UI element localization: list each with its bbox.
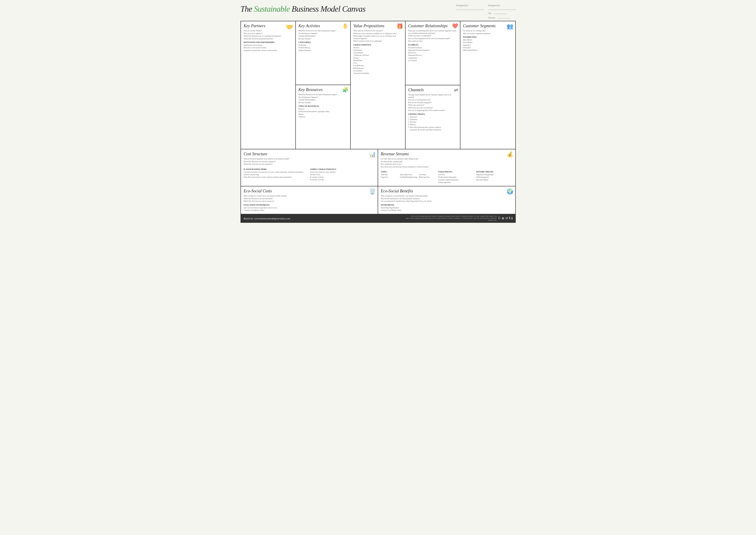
instruments-items: Social Reporting Standard Common Good Ba… [381,207,513,212]
header-right: Designed for: Designed by: On: Version: [456,4,516,19]
sample-items: Fixed Costs (salaries, rents, utilities)… [310,171,375,181]
value-prop-icon: 🎁 [396,23,403,30]
cr-channels-column: ❤️ Customer Relationships What type of r… [406,21,460,149]
sample-heading: SAMPLE CHARACTERISTICS: [310,168,375,170]
main-title: The Sustainable Business Model Canvas [240,4,365,14]
header: The Sustainable Business Model Canvas De… [240,4,516,19]
key-resources-cell: 🧩 Key Resources What Key Resources do ou… [296,85,350,149]
key-resources-questions: What Key Resources do our Value Proposit… [299,94,347,104]
footer-bar: Based on: www.businessmodelgeneration.co… [241,214,515,222]
footer-icons: © ⊕ ↺ $ ℹ [498,216,513,220]
eco-costs-title: Eco-Social Costs [244,189,375,193]
cost-icon: 📊 [369,151,376,157]
designed-for-field: Designed for: [456,4,484,10]
cr-icon: ❤️ [452,23,458,29]
designed-for-label: Designed for: [456,4,484,7]
cr-examples-heading: EXAMPLES: [408,44,457,46]
eco-benefits-icon: 🌍 [507,188,513,195]
on-label: On: [488,12,492,14]
channels-title: Channels [408,88,457,93]
cost-two-col: IS YOUR BUSINESS MORE: Cost Driven (lean… [244,167,375,181]
cs-possibilities-heading: POSSIBILITIES: [463,36,513,38]
cr-examples-items: Personal Assistance Dedicated Personal A… [408,46,457,62]
revenue-bottom: TYPES: Asset Sale Usage Fee Subscription… [381,169,513,184]
info-icon: ℹ [511,216,513,220]
categories-items: Production Problem Solving Platform/Netw… [299,44,347,52]
cost-left: IS YOUR BUSINESS MORE: Cost Driven (lean… [244,167,309,181]
on-line [493,11,507,14]
cost-structure-cell: 📊 Cost Structure What are the most impor… [241,149,378,186]
eco-costs-questions: What ecological or social costs is our b… [244,195,375,203]
footer-right: This work is licensed under the Creative… [405,215,513,221]
eco-costs-icon: 🗑️ [369,188,376,195]
cr-questions: What type of relationship does each of o… [408,30,457,42]
title-post: Business Model Canvas [290,4,365,14]
version-line [497,16,511,18]
cs-possibilities-items: Mass Market Niche Market Segmented Diver… [463,39,513,51]
channels-questions: Through which Channels do our Customer S… [408,94,457,112]
designed-by-label: Designed by: [488,4,516,7]
revenue-questions: For what value are our customers really … [381,158,513,168]
key-partners-cell: 🤝 Key Partners Who are our Key Partners?… [241,21,296,149]
cost-questions: What are the most important costs inhere… [244,158,375,166]
key-resources-icon: 🧩 [342,87,348,93]
designed-by-line [488,7,516,10]
value-propositions-title: Value Propositions [353,24,402,28]
dynamic-pricing-heading: DYNAMIC PRICING [476,171,512,173]
key-partners-icon: 🤝 [285,23,293,31]
attribution-icon: ⊕ [501,216,504,220]
revenue-types-col: TYPES: Asset Sale Usage Fee Subscription… [381,169,437,184]
revenue-streams-cell: 💰 Revenue Streams For what value are our… [378,149,515,186]
key-activities-questions: What Key Activites do our Value Proposit… [299,30,347,40]
footer-license: This work is licensed under the Creative… [405,215,497,221]
eco-benefits-cell: 🌍 Eco-Social Benefits What ecological or… [378,186,515,214]
vp-characteristics-items: Newness Performance Customization "Getti… [353,46,402,75]
fixed-pricing-col: FIXED PRICING List Price Product feature… [438,169,474,184]
cr-title: Customer Relationships [408,24,457,28]
eco-benefits-title: Eco-Social Benefits [381,189,513,193]
cs-icon: 👥 [507,23,513,30]
channels-phases-heading: CHANNEL PHASES: [408,113,457,115]
cost-right: SAMPLE CHARACTERISTICS: Fixed Costs (sal… [310,167,375,181]
key-resources-title: Key Resources [299,87,347,92]
dynamic-pricing-items: Negotiation (bargaining) Yield managemen… [476,173,512,181]
version-label: Version: [488,16,496,19]
eco-row: 🗑️ Eco-Social Costs What ecological or s… [241,186,515,214]
canvas-main-row: 🤝 Key Partners Who are our Key Partners?… [241,21,515,149]
instruments-heading: INSTRUMENTS: [381,204,513,206]
designed-for-line [456,7,484,10]
revenue-icon: 💰 [507,151,513,157]
categories-heading: CATEGORIES: [299,42,347,43]
business-types: Cost Driven (leanest cost structure, low… [244,171,309,179]
channels-icon: ⇌ [454,87,458,93]
resources-types-items: Physical Intellectual (brand patents, co… [299,108,347,118]
resources-types-heading: TYPES OF RESOURCES: [299,105,347,107]
cost-title: Cost Structure [244,152,375,156]
dynamic-pricing-col: DYNAMIC PRICING Negotiation (bargaining)… [476,169,512,184]
cs-questions: For whom are we creating value? Who are … [463,30,513,35]
value-propositions-cell: 🎁 Value Propositions What value do we de… [351,21,406,149]
key-activities-icon: ✋ [342,23,348,29]
cc-icon: © [498,216,500,220]
channels-cell: ⇌ Channels Through which Channels do our… [406,85,460,149]
footer-based-on: Based on: www.businessmodelgeneration.co… [244,217,290,220]
share-alike-icon: ↺ [505,216,508,220]
customer-relationships-cell: ❤️ Customer Relationships What type of r… [406,21,460,85]
canvas: 🤝 Key Partners Who are our Key Partners?… [240,21,516,223]
motivation-items: Optimization and economy Reduction of ri… [244,44,293,52]
revenue-title: Revenue Streams [381,152,513,156]
business-heading: IS YOUR BUSINESS MORE: [244,168,309,170]
channels-phases-items: 1. Awareness 2. Evaluation 3. Purchase 4… [408,116,457,131]
eco-benefits-questions: What ecological or social benefits is ou… [381,195,513,203]
fixed-pricing-heading: FIXED PRICING [438,171,474,173]
fixed-pricing-items: List Price Product feature dependent Cus… [438,173,474,184]
motivation-heading: MOTIVATION FOR PARTNERSHIPS: [244,42,293,43]
evaluation-heading: EVALUATION INSTRUMENTS: [244,204,375,206]
title-pre: The [240,4,254,14]
customer-segments-cell: 👥 Customer Segments For whom are we crea… [460,21,515,149]
vp-questions: What value do we deliver to the customer… [353,30,402,42]
designed-by-field: Designed by: On: Version: [488,4,516,19]
revenue-types-heading: TYPES: [381,171,437,173]
eco-costs-cell: 🗑️ Eco-Social Costs What ecological or s… [241,186,378,214]
cs-title: Customer Segments [463,24,513,28]
